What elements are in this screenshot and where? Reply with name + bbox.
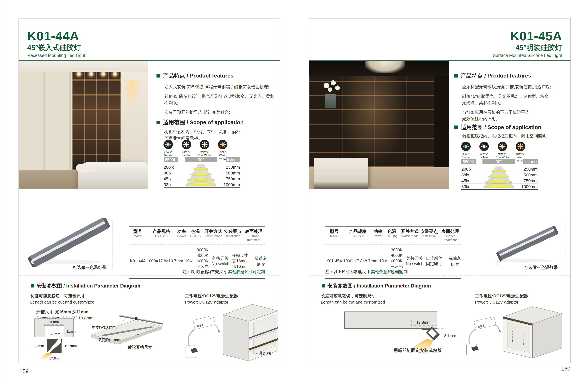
photometry-chart: 6500K 90° distance 200lx250mm 88lx500mm … — [164, 157, 240, 188]
product-title-cn: 45°明装硅胶灯 — [493, 43, 562, 53]
profile-product-image — [490, 223, 561, 265]
note-highlight: 其他任意尺寸可定制 — [371, 269, 408, 274]
cct-label-cn: 中性光 — [197, 151, 212, 154]
col-spec-en: L x D x H — [343, 234, 372, 238]
chart-row: 88lx500mm — [461, 172, 538, 178]
scope-heading: 适用范围 / Scope of application — [454, 124, 541, 131]
power-adaptor-illustration — [462, 310, 501, 359]
dim-inner-width: 15.8mm — [48, 332, 60, 336]
cct-line: 冰蓝光 — [389, 264, 405, 269]
vertical-divider — [112, 220, 112, 269]
square-bullet-icon — [322, 284, 325, 287]
surface-cn: 极简灰 — [250, 255, 272, 261]
table-note: 注：以上尺寸为常规尺寸 其他任意尺寸可定制 — [129, 269, 265, 274]
groove-depth-label: 深度(D)11mm — [97, 338, 120, 342]
length-cn: 长度可随意裁切，可定制尺寸 — [321, 293, 385, 299]
col-install: 安装要点 — [223, 229, 243, 234]
catalog-page-right: K01-45A 45°明装硅胶灯 Surface Mounted Silicon… — [309, 18, 571, 363]
surface-en: grey — [444, 261, 466, 267]
cct-bar: 6500K — [461, 159, 476, 164]
square-bullet-icon — [156, 121, 160, 124]
features-heading: 产品特点 / Product features — [156, 72, 234, 79]
features-list: 全系标配无氧铜线,无须开槽,安装便捷,用途广泛; 斜角45°硅胶柔光，见光不见灯… — [462, 84, 566, 122]
chart-row: 33lx1000mm — [461, 184, 538, 190]
cct-label-en: Basket — [161, 154, 175, 157]
cct-line: 3000K — [389, 247, 405, 253]
scope-heading-label: 适用范围 / Scope of application — [163, 119, 244, 126]
cct-label-cn: 中性光 — [495, 153, 509, 156]
length-cn: 长度可随意裁切，可定制尺寸 — [30, 293, 94, 299]
vertical-divider — [565, 220, 566, 269]
install-line: 宽16mm — [230, 258, 250, 264]
lux-value: 200lx — [164, 165, 174, 170]
sun-icon — [516, 142, 525, 151]
model-title: K01-45A — [493, 29, 562, 43]
fixing-label: 用螺丝钉固定安装或粘胶 — [393, 348, 442, 353]
dim-slot-depth: 11mm — [66, 329, 76, 333]
chart-row: 45lx750mm — [164, 176, 240, 182]
distance-value: 1000mm — [521, 184, 538, 189]
col-cct-en: CCT(K) — [384, 234, 400, 238]
distance-value: 750mm — [226, 176, 240, 181]
col-switch-en: Switch mode — [204, 234, 223, 238]
dim-height-right: 10.7mm — [64, 344, 77, 348]
feature-line: 斜角45°防炫目设计,见光不见灯,迷你型极窄、无光点、柔和不刺眼; — [164, 93, 278, 106]
cct-line: 冰蓝光 — [194, 264, 211, 269]
cct-label-cn: 暖白光 — [216, 151, 230, 154]
switch-cn: 外接开关 — [405, 255, 424, 261]
chart-rows: 200lx250mm 88lx500mm 45lx750mm 33lx1000m… — [164, 164, 240, 188]
lux-value: 33lx — [461, 184, 469, 189]
spec-table-header: 型号Model 产品规格L x D x H 功率Power 色温CCT(K) 开… — [325, 226, 461, 244]
product-title-cn: 45°嵌入式硅胶灯 — [27, 43, 85, 53]
chart-rows: 200lx250mm 88lx500mm 45lx750mm 33lx1000m… — [461, 166, 538, 190]
distance-value: 750mm — [524, 178, 538, 183]
power-adaptor-illustration — [181, 308, 220, 362]
profile-product-image — [24, 218, 115, 267]
distance-value: 500mm — [524, 172, 538, 177]
install-line: 固定即可 — [424, 261, 444, 267]
chart-row: 33lx1000mm — [164, 182, 240, 188]
col-power: 功率 — [176, 229, 187, 234]
cct-label-cn: 超白光 — [179, 151, 193, 154]
cct-line: 4000K — [194, 253, 211, 258]
col-spec-en: L x D x H — [147, 234, 176, 238]
col-cct-en: CCT(K) — [187, 234, 204, 238]
groove-diagram: 宽度(W)16mm 深度(D)11mm 建议开槽尺寸 L — [87, 310, 165, 356]
chart-row: 200lx250mm — [461, 166, 538, 172]
install-heading: 安装参数图 / Installation Parameter Diagram — [322, 283, 431, 289]
cell-model: K01-45A — [325, 258, 343, 264]
feature-line: 全系标配无氧铜线,无须开槽,安装便捷,用途广泛; — [462, 84, 566, 90]
col-model-en: Model — [129, 234, 147, 238]
cct-label-en: White — [477, 156, 491, 159]
distance-value: 250mm — [524, 167, 538, 172]
col-cct: 色温 — [187, 229, 204, 234]
install-line: 自攻螺丝 — [424, 255, 444, 261]
surface-en: grey — [250, 261, 272, 267]
col-switch: 开关方式 — [400, 229, 420, 234]
cct-label-en: White — [179, 154, 193, 157]
square-bullet-icon — [454, 126, 458, 129]
note-text: 注：以上尺寸为常规尺寸 — [183, 269, 229, 274]
cell-switch: 外接开关 No switch — [211, 255, 230, 267]
cct-label-cn: 超白光 — [477, 153, 491, 156]
groove-suggest-label: 建议开槽尺寸 — [127, 345, 152, 349]
table-note: 注：以上尺寸为常规尺寸 其他任意尺寸可定制 — [325, 269, 408, 274]
col-cct: 色温 — [384, 229, 400, 234]
chart-row: 88lx500mm — [164, 170, 240, 176]
sun-icon — [200, 140, 209, 149]
col-surface: 表面处理 — [243, 229, 265, 234]
product-title-en: Recessed Mounting Led Light — [27, 53, 85, 58]
col-surface: 表面处理 — [439, 229, 461, 234]
beam-angle-bar: 90° — [483, 159, 515, 164]
dim-height: 8.7mm — [444, 333, 456, 338]
col-switch: 开关方式 — [204, 229, 223, 234]
photometry-chart: 6500K 90° distance 200lx250mm 88lx500mm … — [461, 159, 538, 190]
length-mark: L — [137, 331, 139, 335]
cabinet-label: 卡进灯槽 — [254, 351, 271, 356]
col-power-en: Power — [176, 234, 187, 238]
lux-value: 45lx — [461, 178, 469, 183]
dim-height-left: 9.8mm — [34, 344, 44, 348]
profile-caption: 可选做三色温灯带 — [511, 265, 558, 270]
groove-width-label: 宽度(W)16mm — [92, 325, 115, 329]
power-cn: 工作电压:DC12V电源适配器 — [475, 293, 528, 299]
